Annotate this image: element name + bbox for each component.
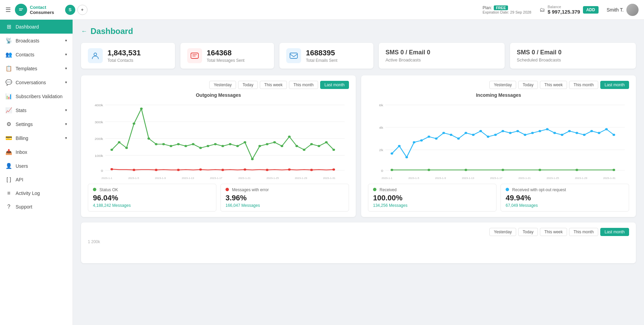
sidebar-item-api[interactable]: [ ] API <box>0 173 73 186</box>
incoming-thismonth-btn[interactable]: This month <box>569 81 598 89</box>
scheduled-broadcasts-label: Scheduled Broadcasts <box>517 57 562 62</box>
svg-point-101 <box>612 169 615 171</box>
svg-point-52 <box>266 169 269 171</box>
svg-point-72 <box>450 134 452 136</box>
activity-icon: ≡ <box>5 190 12 196</box>
bottom-thisweek-btn[interactable]: This week <box>540 228 567 236</box>
sidebar-item-settings[interactable]: ⚙ Settings ▾ <box>0 117 73 131</box>
sidebar-item-billing[interactable]: 💳 Billing ▾ <box>0 131 73 145</box>
svg-rect-3 <box>290 53 297 58</box>
sidebar-item-inbox[interactable]: 📥 Inbox <box>0 145 73 159</box>
svg-point-75 <box>472 134 475 136</box>
received-label: Received <box>373 187 491 192</box>
sidebar-item-stats[interactable]: 📈 Stats ▾ <box>0 103 73 117</box>
stat-text-emails: 1688395 Total Emails Sent <box>306 49 337 63</box>
workspace-add-button[interactable]: + <box>77 5 87 15</box>
logo-icon <box>15 4 27 16</box>
settings-icon: ⚙ <box>5 121 12 127</box>
svg-text:400k: 400k <box>95 103 103 107</box>
sidebar-item-label-billing: Billing <box>16 136 28 141</box>
svg-point-15 <box>118 141 121 144</box>
svg-point-78 <box>494 134 497 136</box>
users-icon: 👤 <box>5 163 12 169</box>
sidebar-item-label-subscribers: Subscribers Validation <box>16 94 62 99</box>
incoming-lastmonth-btn[interactable]: Last month <box>600 81 629 89</box>
hamburger-icon[interactable]: ☰ <box>5 6 11 14</box>
broadcasts-icon: 📡 <box>5 37 12 44</box>
stat-card-emails: 1688395 Total Emails Sent <box>279 43 373 69</box>
incoming-yesterday-btn[interactable]: Yesterday <box>489 81 516 89</box>
svg-point-32 <box>243 141 246 144</box>
bottom-charts-row: Yesterday Today This week This month Las… <box>81 222 636 263</box>
total-messages-num: 164368 <box>207 49 245 57</box>
incoming-chart-area: 6k 4k 2k 0 <box>368 101 629 176</box>
svg-point-19 <box>148 138 150 140</box>
bottom-today-btn[interactable]: Today <box>518 228 538 236</box>
outgoing-thismonth-btn[interactable]: This month <box>289 81 318 89</box>
svg-point-48 <box>177 169 180 171</box>
incoming-thisweek-btn[interactable]: This week <box>540 81 567 89</box>
sidebar-item-templates[interactable]: 📋 Templates ▾ <box>0 61 73 75</box>
svg-point-68 <box>420 139 423 142</box>
svg-point-89 <box>575 132 578 134</box>
sidebar-arrow-contacts: ▾ <box>65 52 67 57</box>
active-broadcasts-text: SMS 0 / Email 0 Active Broadcasts <box>386 49 430 62</box>
svg-point-39 <box>295 145 298 147</box>
outgoing-thisweek-btn[interactable]: This week <box>260 81 287 89</box>
page-title: Dashboard <box>91 26 133 36</box>
sidebar-item-contacts[interactable]: 👥 Contacts ▾ <box>0 48 73 61</box>
sidebar-item-label-broadcasts: Broadcasts <box>16 38 39 43</box>
outgoing-today-btn[interactable]: Today <box>238 81 258 89</box>
optout-label: Received with opt-out request <box>506 187 624 192</box>
svg-point-100 <box>575 169 578 171</box>
sidebar-item-users[interactable]: 👤 Users <box>0 159 73 173</box>
svg-point-88 <box>568 130 571 132</box>
svg-point-84 <box>539 130 541 132</box>
bottom-yesterday-btn[interactable]: Yesterday <box>489 228 516 236</box>
bottom-thismonth-btn[interactable]: This month <box>569 228 598 236</box>
svg-point-53 <box>288 168 291 171</box>
stat-cards-row: 1,843,531 Total Contacts 164368 Total Me… <box>81 43 636 69</box>
stat-card-scheduled-broadcasts: SMS 0 / Email 0 Scheduled Broadcasts <box>510 43 636 69</box>
api-icon: [ ] <box>5 177 12 183</box>
outgoing-chart-title: Outgoing Messages <box>88 92 349 98</box>
dashboard-icon: ⊞ <box>5 23 12 30</box>
total-emails-label: Total Emails Sent <box>306 58 337 63</box>
stat-text-contacts: 1,843,531 Total Contacts <box>108 49 141 63</box>
incoming-today-btn[interactable]: Today <box>518 81 538 89</box>
total-contacts-label: Total Contacts <box>108 58 141 63</box>
svg-point-66 <box>405 156 408 159</box>
received-pct: 100.00% <box>373 194 491 202</box>
bottom-lastmonth-btn[interactable]: Last month <box>600 228 629 236</box>
sidebar-item-label-users: Users <box>16 163 28 169</box>
optout-box: Received with opt-out request 49.94% 67,… <box>501 184 629 212</box>
workspace-buttons: S + <box>65 5 87 15</box>
svg-point-21 <box>162 143 165 145</box>
sidebar-arrow-broadcasts: ▾ <box>65 38 67 43</box>
svg-point-51 <box>243 168 246 171</box>
back-arrow-icon[interactable]: ← <box>81 28 87 35</box>
total-messages-label: Total Messages Sent <box>207 58 245 63</box>
svg-point-97 <box>465 169 467 171</box>
sidebar-item-dashboard[interactable]: ⊞ Dashboard <box>0 20 73 34</box>
svg-point-55 <box>332 168 335 171</box>
sidebar-item-subscribers[interactable]: 📊 Subscribers Validation <box>0 89 73 103</box>
svg-point-16 <box>125 147 128 149</box>
sidebar-item-support[interactable]: ? Support <box>0 200 73 214</box>
sidebar-item-label-contacts: Contacts <box>16 52 34 57</box>
svg-rect-2 <box>191 53 198 58</box>
svg-point-34 <box>258 145 261 147</box>
topbar-right: Plan: FREE Expiration Date: 29 Sep 2028 … <box>483 4 639 16</box>
workspace-initial-button[interactable]: S <box>65 5 75 15</box>
sidebar-item-activity[interactable]: ≡ Activity Log <box>0 186 73 200</box>
svg-point-45 <box>111 168 113 170</box>
plan-badge: FREE <box>494 5 508 10</box>
svg-text:300k: 300k <box>95 120 103 124</box>
add-balance-button[interactable]: ADD <box>583 6 599 14</box>
sidebar-item-broadcasts[interactable]: 📡 Broadcasts ▾ <box>0 34 73 48</box>
expiry-date: Expiration Date: 29 Sep 2028 <box>483 10 531 14</box>
outgoing-yesterday-btn[interactable]: Yesterday <box>209 81 236 89</box>
avatar[interactable] <box>626 4 639 16</box>
outgoing-lastmonth-btn[interactable]: Last month <box>320 81 349 89</box>
sidebar-item-conversations[interactable]: 💬 Conversations ▾ <box>0 75 73 89</box>
